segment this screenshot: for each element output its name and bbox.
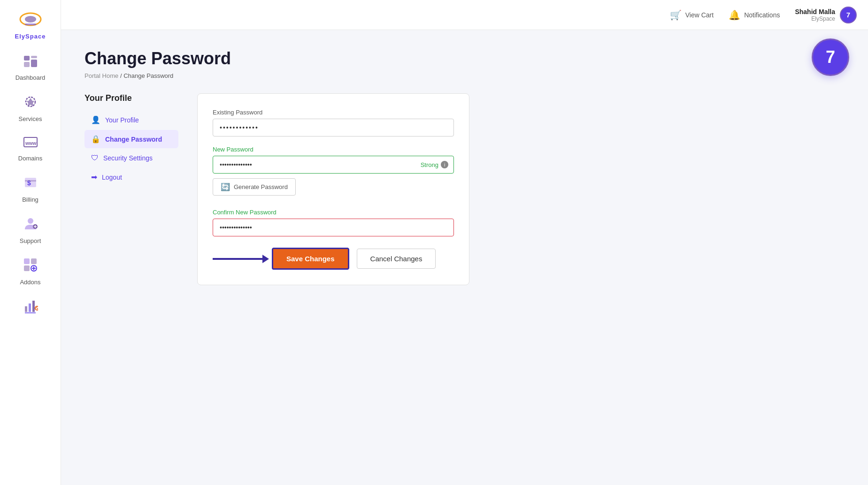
- content-layout: Your Profile 👤 Your Profile 🔒 Change Pas…: [84, 93, 845, 285]
- svg-text:www: www: [25, 141, 37, 146]
- support-icon: [23, 216, 38, 235]
- refresh-icon: 🔄: [221, 182, 230, 191]
- sidebar-item-addons[interactable]: Addons: [0, 252, 61, 291]
- existing-password-group: Existing Password: [213, 109, 454, 136]
- nav-item-logout[interactable]: ➡ Logout: [84, 168, 178, 186]
- action-row: Save Changes Cancel Changes: [213, 248, 454, 270]
- sidebar-item-services-label: Services: [19, 115, 42, 122]
- notification-count: 7: [826, 47, 835, 67]
- nav-label-logout: Logout: [102, 174, 122, 181]
- nav-item-change-password[interactable]: 🔒 Change Password: [84, 130, 178, 148]
- new-password-input[interactable]: [213, 156, 454, 174]
- user-info: Shahid Malla ElySpace: [795, 8, 835, 22]
- breadcrumb-separator: /: [120, 72, 122, 79]
- arrow-indicator: [213, 258, 264, 260]
- profile-icon: 👤: [91, 115, 100, 124]
- profile-nav-title: Your Profile: [84, 93, 178, 103]
- cancel-changes-label: Cancel Changes: [370, 255, 422, 263]
- new-password-label: New Password: [213, 146, 454, 153]
- save-changes-label: Save Changes: [286, 255, 335, 263]
- shield-icon: 🛡: [91, 154, 99, 162]
- svg-rect-24: [25, 306, 27, 312]
- svg-point-1: [25, 16, 36, 23]
- sidebar-item-billing-label: Billing: [22, 196, 38, 203]
- new-password-wrapper: Strong i: [213, 156, 454, 174]
- sidebar-item-services[interactable]: Services: [0, 89, 61, 128]
- strength-indicator: Strong i: [421, 161, 448, 168]
- svg-rect-19: [31, 258, 37, 264]
- stats-icon: [23, 299, 38, 317]
- new-password-group: New Password Strong i 🔄 Generate Passwor…: [213, 146, 454, 199]
- lock-icon: 🔒: [91, 135, 100, 144]
- top-header: 🛒 View Cart 🔔 Notifications Shahid Malla…: [61, 0, 868, 30]
- billing-icon: $: [23, 175, 38, 193]
- view-cart-label: View Cart: [685, 11, 714, 19]
- svg-rect-18: [24, 258, 30, 264]
- sidebar-item-dashboard[interactable]: Dashboard: [0, 49, 61, 87]
- logout-icon: ➡: [91, 173, 97, 182]
- sidebar-item-support-label: Support: [20, 237, 41, 244]
- breadcrumb-current: Change Password: [123, 72, 173, 79]
- sidebar-item-dashboard-label: Dashboard: [15, 74, 46, 81]
- logo-text: ElySpace: [15, 33, 46, 40]
- svg-rect-3: [24, 56, 30, 61]
- sidebar-item-support[interactable]: Support: [0, 211, 61, 250]
- breadcrumb: Portal Home / Change Password: [84, 72, 845, 79]
- profile-navigation: Your Profile 👤 Your Profile 🔒 Change Pas…: [84, 93, 178, 285]
- info-icon[interactable]: i: [441, 161, 448, 168]
- svg-marker-8: [27, 98, 34, 106]
- save-changes-button[interactable]: Save Changes: [272, 248, 349, 270]
- change-password-form: Existing Password New Password Strong i …: [197, 93, 469, 285]
- cancel-changes-button[interactable]: Cancel Changes: [357, 249, 436, 269]
- svg-rect-25: [29, 303, 31, 312]
- svg-line-29: [36, 307, 38, 309]
- generate-password-button[interactable]: 🔄 Generate Password: [213, 178, 296, 196]
- svg-rect-5: [31, 56, 37, 58]
- svg-rect-20: [24, 265, 30, 271]
- sidebar-navigation: Dashboard Services www Domains: [0, 49, 61, 323]
- notifications-action[interactable]: 🔔 Notifications: [729, 9, 780, 21]
- arrow-line: [213, 258, 264, 260]
- avatar-number: 7: [846, 11, 850, 19]
- main-content: Change Password Portal Home / Change Pas…: [61, 30, 868, 485]
- sidebar-item-domains[interactable]: www Domains: [0, 130, 61, 167]
- dashboard-icon: [23, 55, 38, 71]
- confirm-password-input[interactable]: [213, 219, 454, 236]
- domains-icon: www: [23, 136, 38, 152]
- addons-icon: [23, 258, 38, 276]
- sidebar-item-stats[interactable]: [0, 293, 61, 323]
- logo[interactable]: ElySpace: [0, 5, 61, 49]
- breadcrumb-home[interactable]: Portal Home: [84, 72, 118, 79]
- nav-label-security-settings: Security Settings: [103, 154, 153, 162]
- bell-icon: 🔔: [729, 9, 740, 21]
- svg-rect-26: [32, 301, 35, 312]
- sidebar-item-domains-label: Domains: [18, 155, 42, 162]
- nav-item-your-profile[interactable]: 👤 Your Profile: [84, 111, 178, 129]
- services-icon: [23, 94, 38, 113]
- username: Shahid Malla: [795, 8, 835, 15]
- svg-point-14: [28, 218, 33, 224]
- svg-rect-4: [24, 62, 30, 67]
- confirm-password-group: Confirm New Password: [213, 209, 454, 236]
- avatar: 7: [840, 7, 857, 23]
- notification-count-badge[interactable]: 7: [812, 38, 849, 76]
- svg-rect-6: [31, 60, 37, 67]
- confirm-password-label: Confirm New Password: [213, 209, 454, 216]
- svg-rect-2: [25, 23, 36, 25]
- existing-password-label: Existing Password: [213, 109, 454, 116]
- company-name: ElySpace: [811, 15, 835, 22]
- strength-label: Strong: [421, 161, 438, 168]
- nav-item-security-settings[interactable]: 🛡 Security Settings: [84, 149, 178, 167]
- sidebar-item-addons-label: Addons: [20, 279, 40, 286]
- sidebar: ElySpace Dashboard Servic: [0, 0, 61, 485]
- svg-rect-13: [25, 180, 36, 182]
- view-cart-action[interactable]: 🛒 View Cart: [670, 9, 714, 21]
- existing-password-input[interactable]: [213, 119, 454, 136]
- notifications-label: Notifications: [744, 11, 780, 19]
- user-profile-header[interactable]: Shahid Malla ElySpace 7: [795, 7, 857, 23]
- generate-password-label: Generate Password: [234, 183, 288, 190]
- logo-icon: [16, 9, 45, 33]
- page-title: Change Password: [84, 49, 845, 68]
- sidebar-item-billing[interactable]: $ Billing: [0, 169, 61, 209]
- cart-icon: 🛒: [670, 9, 682, 21]
